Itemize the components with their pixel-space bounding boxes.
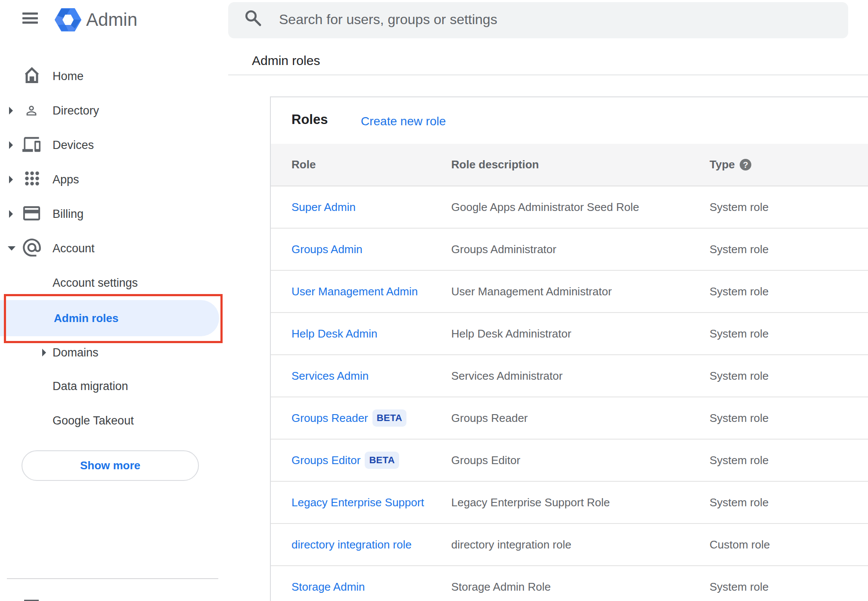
svg-text:?: ? xyxy=(743,160,748,170)
